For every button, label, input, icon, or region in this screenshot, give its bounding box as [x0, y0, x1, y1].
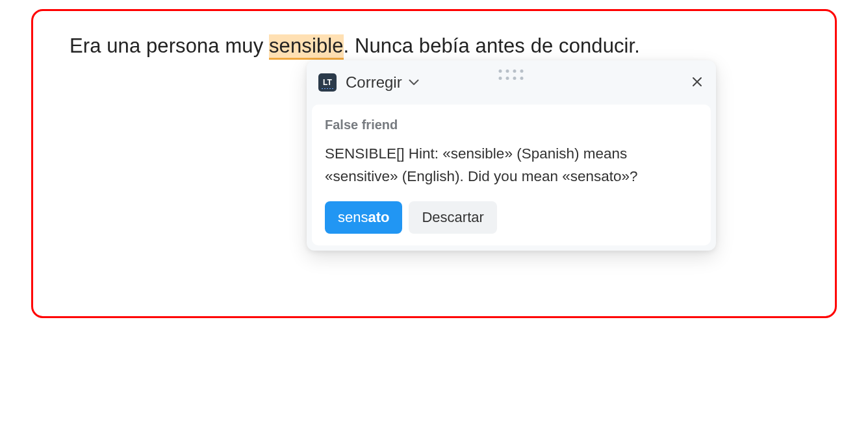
popup-header: LT Corregir: [307, 60, 716, 105]
close-icon: [692, 77, 702, 87]
actions-row: sensato Descartar: [325, 201, 698, 234]
correction-popup: LT Corregir False friend SENSIBLE[] Hint…: [307, 60, 716, 251]
issue-category: False friend: [325, 118, 698, 132]
logo-text: LT: [323, 78, 332, 87]
suggestion-prefix: sens: [338, 209, 368, 225]
dismiss-button[interactable]: Descartar: [409, 201, 496, 234]
suggestion-button[interactable]: sensato: [325, 201, 402, 234]
editor-text[interactable]: Era una persona muy sensible. Nunca bebí…: [70, 31, 798, 62]
text-before: Era una persona muy: [70, 34, 269, 57]
issue-explanation: SENSIBLE[] Hint: «sensible» (Spanish) me…: [325, 143, 698, 188]
languagetool-logo-icon: LT: [318, 73, 337, 92]
popup-body: False friend SENSIBLE[] Hint: «sensible»…: [312, 105, 711, 245]
suggestion-suffix: ato: [368, 209, 389, 225]
chevron-down-icon: [409, 79, 419, 86]
correct-label: Corregir: [346, 73, 402, 92]
drag-handle-icon[interactable]: [499, 69, 524, 81]
highlighted-word[interactable]: sensible: [269, 34, 344, 60]
text-after: . Nunca bebía antes de conducir.: [344, 34, 640, 57]
correct-dropdown[interactable]: Corregir: [346, 73, 419, 92]
close-button[interactable]: [690, 75, 704, 89]
